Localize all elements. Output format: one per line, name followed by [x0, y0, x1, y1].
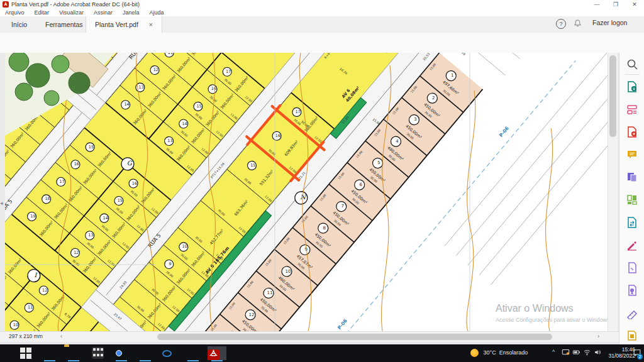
svg-text:10: 10	[182, 244, 187, 249]
svg-text:13: 13	[88, 233, 93, 238]
measure-tool-icon[interactable]	[626, 307, 638, 319]
minimize-button[interactable]: —	[590, 1, 604, 8]
tray-volume-icon[interactable]	[594, 348, 602, 362]
title-bar: A Planta Vert.pdf - Adobe Acrobat Reader…	[0, 0, 644, 9]
menu-janela[interactable]: Janela	[118, 9, 145, 16]
document-area: 360,00m²30,0012,00360,00m²30,0012,00360,…	[0, 53, 619, 344]
tray-date: 31/08/2022	[608, 353, 635, 359]
svg-text:19: 19	[30, 214, 35, 219]
tab-close-icon[interactable]: ×	[149, 21, 153, 28]
tab-inicio[interactable]: Início	[3, 16, 36, 33]
svg-text:11: 11	[267, 290, 273, 295]
watermark-subtitle: Acesse Configurações para ativar o Windo…	[496, 317, 611, 323]
svg-text:12: 12	[153, 67, 158, 72]
notification-center-icon[interactable]: 2	[633, 348, 641, 362]
svg-text:16: 16	[74, 162, 79, 167]
create-pdf-tool-icon[interactable]	[626, 126, 638, 138]
stamp-tool-icon[interactable]	[626, 329, 638, 342]
svg-text:16: 16	[132, 181, 137, 186]
tray-clock[interactable]: 15:46 31/08/2022	[605, 344, 635, 362]
tray-wifi-icon[interactable]	[583, 348, 591, 362]
menu-assinar[interactable]: Assinar	[89, 9, 118, 16]
start-button[interactable]	[16, 346, 35, 360]
svg-text:8: 8	[323, 226, 326, 231]
svg-text:15: 15	[118, 198, 123, 203]
taskbar-photos-app-icon[interactable]	[136, 346, 155, 360]
svg-text:15: 15	[250, 163, 255, 168]
tree-canopy	[9, 53, 29, 72]
tree-canopy	[69, 72, 90, 94]
certificates-tool-icon[interactable]	[626, 284, 638, 297]
taskbar-chrome-icon[interactable]	[112, 346, 131, 360]
svg-text:12: 12	[42, 288, 47, 293]
windows-logo-icon	[20, 348, 31, 359]
svg-text:6: 6	[359, 182, 362, 187]
tray-battery-icon[interactable]	[572, 348, 580, 362]
svg-text:15: 15	[89, 145, 94, 150]
weather-widget[interactable]: 30°C Ensolarado	[470, 349, 528, 362]
taskbar-explorer-icon[interactable]	[64, 346, 83, 360]
svg-text:14: 14	[124, 102, 129, 107]
vertical-scrollbar[interactable]	[608, 53, 618, 331]
svg-text:12: 12	[249, 312, 255, 317]
close-button[interactable]: ✕	[628, 1, 641, 8]
sidebar-search-icon[interactable]	[626, 58, 638, 70]
svg-text:14: 14	[182, 121, 187, 126]
screen: A Planta Vert.pdf - Adobe Acrobat Reader…	[0, 0, 644, 362]
taskbar-edge-icon[interactable]	[40, 346, 59, 360]
menu-arquivo[interactable]: Arquivo	[0, 9, 30, 16]
svg-text:17: 17	[60, 179, 65, 184]
tray-chevron-icon[interactable]: ^	[552, 349, 555, 362]
sign-in-link[interactable]: Fazer logon	[592, 19, 627, 26]
combine-files-tool-icon[interactable]	[626, 171, 638, 184]
svg-text:11: 11	[168, 53, 173, 55]
acrobat-app-icon: A	[3, 1, 9, 8]
help-icon[interactable]: ?	[556, 19, 566, 29]
svg-text:14: 14	[103, 216, 108, 221]
svg-text:G: G	[127, 160, 133, 167]
maximize-button[interactable]: ❐	[609, 1, 623, 8]
scroll-left-icon[interactable]: ‹	[60, 333, 62, 339]
tree-canopy	[44, 90, 59, 106]
fill-sign-tool-icon[interactable]	[626, 239, 638, 251]
menu-editar[interactable]: Editar	[30, 9, 55, 16]
taskbar-acrobat-icon[interactable]	[208, 346, 226, 360]
menu-ajuda[interactable]: Ajuda	[144, 9, 169, 16]
export-pdf-tool-icon[interactable]	[626, 80, 638, 93]
horizontal-scroll-thumb[interactable]	[157, 334, 552, 340]
watermark-title: Ativar o Windows	[496, 303, 611, 314]
weather-desc: Ensolarado	[499, 349, 528, 356]
weather-temp: 30°C	[484, 349, 496, 356]
tab-bar: Início Ferramentas Planta Vert.pdf × ? F…	[0, 16, 644, 33]
tab-document[interactable]: Planta Vert.pdf ×	[86, 16, 162, 33]
tray-screen-icon[interactable]	[562, 348, 570, 362]
svg-text:13: 13	[167, 138, 172, 143]
taskbar-firefox-icon[interactable]	[184, 346, 203, 360]
plat-rotated-layer: 360,00m²30,0012,00360,00m²30,0012,00360,…	[5, 53, 608, 331]
tree-canopy	[15, 83, 33, 101]
svg-text:4: 4	[396, 139, 399, 144]
svg-text:16: 16	[275, 133, 280, 138]
left-pane-toggle-icon[interactable]: ◂	[0, 200, 3, 206]
organize-pages-tool-icon[interactable]	[626, 194, 638, 206]
menu-visualizar[interactable]: Visualizar	[54, 9, 89, 16]
windows-taskbar: 30°C Ensolarado ^ 15:46 31/08/2022 2	[0, 344, 644, 362]
horizontal-scrollbar[interactable]: 297 x 210 mm ‹ ›	[0, 331, 619, 342]
svg-text:5: 5	[377, 160, 380, 165]
notification-badge: 2	[637, 354, 643, 359]
request-signatures-tool-icon[interactable]	[626, 261, 638, 274]
taskbar-paint-app-icon[interactable]	[160, 346, 179, 360]
tab-ferramentas[interactable]: Ferramentas	[36, 16, 92, 33]
comment-tool-icon[interactable]	[626, 148, 638, 161]
edit-pdf-tool-icon[interactable]	[626, 103, 638, 116]
svg-text:3: 3	[414, 117, 416, 122]
scroll-right-icon[interactable]: ›	[597, 333, 599, 339]
bell-icon[interactable]	[574, 19, 582, 28]
tree-canopy	[52, 55, 69, 73]
sun-icon	[470, 349, 479, 357]
toolbar: ☆ 1 / 1 400% ▾	[0, 33, 644, 53]
taskbar-media-app-icon[interactable]	[88, 346, 107, 360]
vertical-scroll-thumb[interactable]	[609, 55, 616, 137]
compress-pdf-tool-icon[interactable]	[626, 216, 638, 229]
document-canvas[interactable]: 360,00m²30,0012,00360,00m²30,0012,00360,…	[5, 53, 608, 331]
